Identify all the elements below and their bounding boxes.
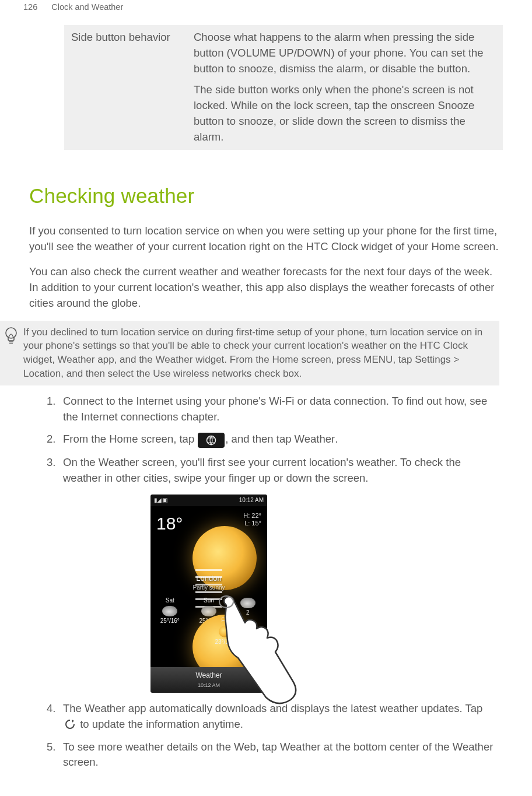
side-button-p2: The side button works only when the phon… [194, 82, 496, 145]
phone-screen: ▮◢ ▣ 10:12 AM 18° H: 22° L: 15° London P… [150, 495, 267, 693]
step-num-5: 5. [47, 739, 55, 755]
step-num-4: 4. [47, 701, 55, 717]
forecast-day-1: Sat 25°/16° [150, 595, 190, 629]
status-icons: ▮◢ ▣ [154, 496, 167, 505]
add-city-icon: + [247, 671, 265, 689]
intro-para-2: You can also check the current weather a… [29, 264, 499, 311]
bottom-bar-label: Weather [195, 671, 222, 681]
bottom-bar: Weather 10:12 AM + [150, 667, 267, 693]
svg-point-3 [207, 436, 216, 445]
tip-text: If you declined to turn location service… [23, 325, 491, 381]
forecast-row: Fri 23°/16° Sat 25°/16° Sun [150, 595, 267, 629]
step-5: 5. To see more weather details on the We… [47, 739, 499, 771]
statusbar: ▮◢ ▣ 10:12 AM [150, 495, 267, 506]
side-button-description: Choose what happens to the alarm when pr… [187, 25, 503, 150]
page-header: 126 Clock and Weather [0, 0, 509, 25]
big-temp: 18° [156, 511, 183, 536]
hi-lo: H: 22° L: 15° [243, 512, 261, 527]
steps-list: 1. Connect to the Internet using your ph… [47, 394, 499, 771]
refresh-icon [64, 718, 76, 731]
step-num-3: 3. [47, 455, 55, 471]
tip-block: If you declined to turn location service… [0, 321, 499, 385]
heading-checking-weather: Checking weather [29, 181, 509, 211]
side-button-label: Side button behavior [64, 25, 187, 150]
side-button-table: Side button behavior Choose what happens… [64, 25, 503, 150]
bottom-bar-sub: 10:12 AM [198, 682, 220, 689]
step-2: 2. From the Home screen, tap , and then … [47, 432, 499, 448]
weather-screenshot: ▮◢ ▣ 10:12 AM 18° H: 22° L: 15° London P… [150, 495, 273, 693]
status-time: 10:12 AM [239, 496, 264, 505]
svg-point-0 [6, 328, 16, 338]
lightbulb-icon [4, 325, 23, 346]
step-3: 3. On the Weather screen, you'll first s… [47, 455, 499, 693]
page-number: 126 [23, 1, 37, 13]
side-button-p1: Choose what happens to the alarm when pr… [194, 30, 496, 76]
intro-para-1: If you consented to turn location servic… [29, 223, 499, 255]
step-1: 1. Connect to the Internet using your ph… [47, 394, 499, 425]
step-4: 4. The Weather app automatically downloa… [47, 701, 499, 732]
section-title: Clock and Weather [51, 1, 123, 13]
weather-main: 18° H: 22° L: 15° London Partly sunny [150, 506, 267, 629]
step-num-2: 2. [47, 432, 55, 447]
step-num-1: 1. [47, 394, 55, 409]
all-apps-icon [198, 433, 225, 448]
